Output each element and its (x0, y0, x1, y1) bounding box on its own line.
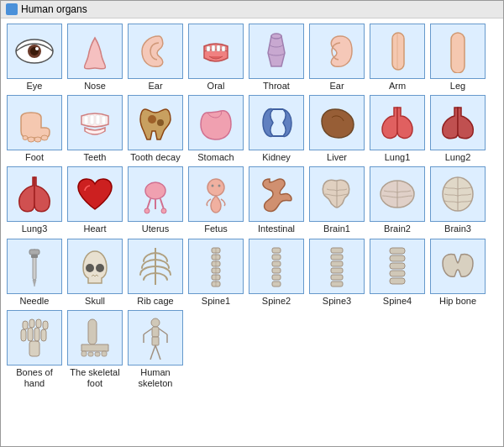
item-box-nose[interactable] (67, 24, 123, 79)
svg-rect-19 (102, 116, 106, 124)
item-label-teeth: Teeth (84, 152, 107, 163)
item-spine2[interactable]: Spine2 (248, 239, 305, 307)
item-label-liver: Liver (327, 152, 347, 163)
item-box-spine2[interactable] (249, 239, 304, 294)
item-oral[interactable]: Oral (187, 24, 244, 92)
svg-rect-48 (272, 281, 281, 287)
item-label-lung1: Lung1 (385, 152, 411, 163)
item-eye[interactable]: Eye (6, 24, 63, 92)
item-box-brain2[interactable] (370, 166, 425, 222)
item-box-intestinal[interactable] (249, 166, 304, 222)
item-box-human-skeleton[interactable] (128, 310, 183, 365)
item-lung1[interactable]: Lung1 (369, 95, 426, 163)
item-box-heart[interactable] (67, 166, 123, 222)
item-label-bones-of-hand: Bones of hand (6, 367, 63, 389)
item-needle[interactable]: Needle (6, 239, 63, 307)
item-spine1[interactable]: Spine1 (187, 239, 244, 307)
item-box-leg[interactable] (430, 24, 486, 79)
item-leg[interactable]: Leg (429, 24, 486, 92)
item-label-brain3: Brain3 (444, 224, 471, 234)
svg-rect-59 (390, 278, 405, 284)
item-box-arm[interactable] (370, 24, 425, 79)
item-skull[interactable]: Skull (66, 239, 123, 307)
item-teeth[interactable]: Teeth (66, 95, 123, 163)
item-box-spine4[interactable] (370, 239, 425, 294)
svg-point-27 (218, 185, 221, 187)
svg-rect-51 (331, 261, 343, 266)
svg-rect-45 (272, 261, 281, 266)
item-lung2[interactable]: Lung2 (429, 95, 486, 163)
item-box-brain3[interactable] (430, 166, 486, 222)
item-brain1[interactable]: Brain1 (308, 166, 365, 234)
item-bones-of-hand[interactable]: Bones of hand (6, 310, 63, 389)
item-label-needle: Needle (20, 296, 50, 307)
item-box-foot[interactable] (7, 95, 62, 150)
item-tooth-decay[interactable]: Tooth decay (127, 95, 184, 163)
item-label-human-skeleton: Human skeleton (127, 367, 184, 389)
item-liver[interactable]: Liver (308, 95, 365, 163)
item-box-ear2[interactable] (309, 24, 365, 79)
item-box-spine3[interactable] (309, 239, 365, 294)
item-brain3[interactable]: Brain3 (429, 166, 486, 234)
item-heart[interactable]: Heart (66, 166, 123, 234)
item-throat[interactable]: Throat (248, 24, 305, 92)
item-box-bones-of-hand[interactable] (7, 310, 62, 365)
item-fetus[interactable]: Fetus (187, 166, 244, 234)
item-box-liver[interactable] (309, 95, 365, 150)
item-foot[interactable]: Foot (6, 95, 63, 163)
item-hip-bone[interactable]: Hip bone (429, 239, 486, 307)
item-ear1[interactable]: Ear (127, 24, 184, 92)
item-box-lung2[interactable] (430, 95, 486, 150)
svg-point-21 (157, 119, 164, 126)
item-box-skeletal-foot[interactable] (67, 310, 123, 365)
item-box-skull[interactable] (67, 239, 123, 294)
item-skeletal-foot[interactable]: The skeletal foot (66, 310, 123, 389)
title-bar: Human organs (1, 1, 503, 18)
item-box-eye[interactable] (7, 24, 62, 79)
item-box-lung1[interactable] (370, 95, 425, 150)
item-box-brain1[interactable] (309, 166, 365, 222)
svg-rect-4 (207, 46, 210, 51)
item-intestinal[interactable]: Intestinal (248, 166, 305, 234)
svg-point-24 (161, 208, 166, 213)
item-label-spine4: Spine4 (383, 296, 412, 307)
svg-point-23 (144, 208, 150, 213)
item-label-ear1: Ear (148, 81, 162, 92)
item-uterus[interactable]: Uterus (127, 166, 184, 234)
svg-rect-62 (28, 328, 33, 341)
svg-rect-65 (23, 321, 28, 329)
item-box-hip-bone[interactable] (430, 239, 486, 294)
item-human-skeleton[interactable]: Human skeleton (127, 310, 184, 389)
item-box-kidney[interactable] (249, 95, 304, 150)
item-label-eye: Eye (27, 81, 43, 92)
item-label-spine3: Spine3 (323, 296, 351, 307)
svg-rect-47 (272, 275, 281, 280)
item-nose[interactable]: Nose (66, 24, 123, 92)
item-arm[interactable]: Arm (369, 24, 426, 92)
item-box-rib-cage[interactable] (128, 239, 183, 294)
item-box-uterus[interactable] (128, 166, 183, 222)
item-label-ear2: Ear (329, 81, 344, 92)
svg-rect-64 (41, 329, 46, 341)
item-box-needle[interactable] (7, 239, 62, 294)
item-lung3[interactable]: Lung3 (6, 166, 63, 234)
item-box-lung3[interactable] (7, 166, 62, 222)
item-stomach[interactable]: Stomach (187, 95, 244, 163)
item-ear2[interactable]: Ear (308, 24, 365, 92)
item-box-stomach[interactable] (188, 95, 244, 150)
item-box-ear1[interactable] (128, 24, 183, 79)
item-label-rib-cage: Rib cage (137, 296, 173, 307)
item-box-oral[interactable] (188, 24, 244, 79)
item-rib-cage[interactable]: Rib cage (127, 239, 184, 307)
item-brain2[interactable]: Brain2 (369, 166, 426, 234)
item-box-throat[interactable] (249, 24, 304, 79)
item-box-spine1[interactable] (188, 239, 244, 294)
item-kidney[interactable]: Kidney (248, 95, 305, 163)
item-spine4[interactable]: Spine4 (369, 239, 426, 307)
item-box-tooth-decay[interactable] (128, 95, 183, 150)
item-box-teeth[interactable] (67, 95, 123, 150)
item-box-fetus[interactable] (188, 166, 244, 222)
svg-point-12 (41, 135, 48, 140)
item-spine3[interactable]: Spine3 (308, 239, 365, 307)
window-icon (6, 3, 18, 15)
